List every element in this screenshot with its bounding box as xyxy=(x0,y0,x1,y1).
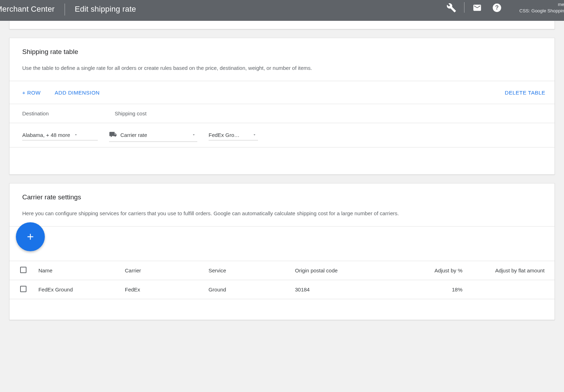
carrier-service-select[interactable]: FedEx Gro… xyxy=(209,130,258,140)
col-origin-postal: Origin postal code xyxy=(295,261,418,280)
cell-carrier: FedEx xyxy=(125,280,209,299)
table-row[interactable]: FedEx Ground FedEx Ground 30184 18% xyxy=(10,280,554,299)
destination-select[interactable]: Alabama, + 48 more xyxy=(22,130,98,140)
account-line1: men xyxy=(520,1,564,8)
rate-data-row: Alabama, + 48 more Carrier rate FedEx Gr… xyxy=(10,123,554,147)
col-shipping-cost: Shipping cost xyxy=(115,110,221,116)
row-checkbox[interactable] xyxy=(20,286,26,292)
carrier-service-value: FedEx Gro… xyxy=(209,132,240,138)
rate-column-headers: Destination Shipping cost xyxy=(10,104,554,123)
delete-table-button[interactable]: DELETE TABLE xyxy=(505,90,545,96)
cell-adjust-flat xyxy=(475,280,554,299)
shipping-rate-title: Shipping rate table xyxy=(22,48,542,56)
add-row-button[interactable]: + ROW xyxy=(22,90,41,96)
header-divider xyxy=(464,2,464,13)
help-icon[interactable]: ? xyxy=(487,1,507,15)
destination-value: Alabama, + 48 more xyxy=(22,132,70,138)
chevron-down-icon xyxy=(192,132,196,138)
cell-origin-postal: 30184 xyxy=(295,280,418,299)
cell-service: Ground xyxy=(209,280,295,299)
app-header: Merchant Center Edit shipping rate ? men… xyxy=(0,0,564,21)
tools-icon[interactable] xyxy=(442,1,461,15)
cell-adjust-pct: 18% xyxy=(418,280,475,299)
chevron-down-icon xyxy=(252,132,257,138)
add-carrier-button[interactable] xyxy=(16,222,45,251)
col-adjust-flat: Adjust by flat amount xyxy=(475,261,554,280)
rate-actions-row: + ROW ADD DIMENSION DELETE TABLE xyxy=(10,81,554,104)
carrier-settings-title: Carrier rate settings xyxy=(22,193,542,201)
brand-divider xyxy=(65,4,65,16)
rate-card-filler xyxy=(10,147,554,174)
select-all-checkbox[interactable] xyxy=(20,267,26,273)
cell-name: FedEx Ground xyxy=(38,280,125,299)
col-name: Name xyxy=(38,261,125,280)
carrier-settings-card: Carrier rate settings Here you can confi… xyxy=(9,183,555,320)
carrier-actions-strip xyxy=(10,226,554,261)
col-adjust-pct: Adjust by % xyxy=(418,261,475,280)
col-service: Service xyxy=(209,261,295,280)
mail-icon[interactable] xyxy=(467,1,487,15)
page-title: Edit shipping rate xyxy=(75,5,136,17)
add-dimension-button[interactable]: ADD DIMENSION xyxy=(55,90,100,96)
account-line2: CSS: Google Shopping xyxy=(520,8,564,14)
account-block[interactable]: men CSS: Google Shopping xyxy=(520,1,564,14)
carrier-settings-desc: Here you can configure shipping services… xyxy=(22,210,542,216)
header-actions: ? men CSS: Google Shopping xyxy=(442,0,564,21)
rate-type-value: Carrier rate xyxy=(120,132,147,138)
col-carrier: Carrier xyxy=(125,261,209,280)
shipping-rate-card: Shipping rate table Use the table to def… xyxy=(9,38,555,175)
previous-card-edge xyxy=(9,21,555,29)
svg-text:?: ? xyxy=(495,4,499,11)
brand-name: Merchant Center xyxy=(0,0,65,21)
rate-type-select[interactable]: Carrier rate xyxy=(109,128,197,142)
chevron-down-icon xyxy=(74,132,78,138)
carrier-table: Name Carrier Service Origin postal code … xyxy=(10,261,554,299)
carrier-card-filler xyxy=(10,299,554,320)
shipping-rate-desc: Use the table to define a single rate fo… xyxy=(22,65,542,71)
col-destination: Destination xyxy=(22,110,115,116)
truck-icon xyxy=(109,131,117,139)
carrier-header-row: Name Carrier Service Origin postal code … xyxy=(10,261,554,280)
